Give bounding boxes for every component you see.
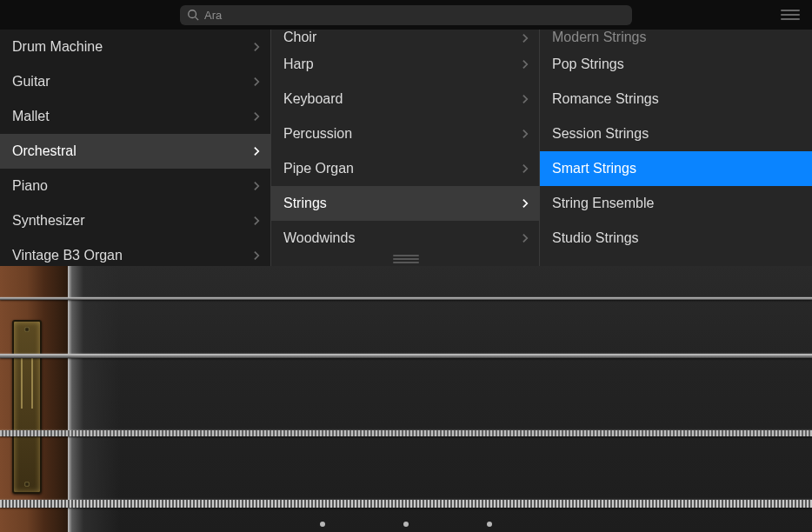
chevron-right-icon [254, 146, 260, 156]
preset-label: String Ensemble [552, 196, 654, 211]
category-label: Piano [12, 178, 48, 194]
chevron-right-icon [522, 198, 529, 209]
preset-item[interactable]: Modern Strings [540, 30, 812, 47]
category-label: Vintage B3 Organ [12, 248, 123, 263]
chevron-right-icon [522, 129, 529, 139]
page-dot[interactable] [320, 522, 325, 527]
instrument-headplate [12, 320, 42, 494]
subcategory-item[interactable]: Pipe Organ [271, 151, 539, 186]
search-placeholder: Ara [204, 9, 222, 22]
category-item[interactable]: Piano [0, 169, 270, 203]
chevron-right-icon [254, 76, 260, 87]
subcategory-label: Harp [283, 57, 314, 72]
category-item[interactable]: Drum Machine [0, 30, 270, 64]
chevron-right-icon [522, 163, 529, 174]
category-label: Guitar [12, 74, 50, 90]
search-icon [187, 9, 199, 21]
subcategory-item-strings[interactable]: Strings [271, 186, 539, 221]
chevron-right-icon [254, 250, 260, 261]
menu-handle-icon[interactable] [775, 0, 805, 30]
subcategory-item[interactable]: Keyboard [271, 82, 539, 116]
screw-icon [24, 327, 30, 332]
subcategory-label: Percussion [283, 126, 352, 142]
chevron-right-icon [522, 33, 529, 43]
subcategory-label: Keyboard [283, 91, 343, 107]
page-dot[interactable] [403, 522, 409, 527]
page-dots[interactable] [320, 522, 492, 527]
headplate-ornament [21, 356, 33, 409]
page-dot[interactable] [487, 522, 492, 527]
svg-line-1 [196, 17, 199, 21]
subcategory-item[interactable]: Percussion [271, 116, 539, 151]
preset-label: Session Strings [552, 126, 649, 142]
screw-icon [24, 482, 30, 487]
chevron-right-icon [254, 111, 260, 122]
browser-column-1: Drum Machine Guitar Mallet Orchestral Pi… [0, 30, 270, 266]
preset-label: Studio Strings [552, 230, 639, 246]
browser-column-3: Modern Strings Pop Strings Romance Strin… [540, 30, 812, 266]
subcategory-label: Choir [283, 30, 316, 45]
chevron-right-icon [254, 181, 260, 191]
preset-label: Smart Strings [552, 161, 636, 176]
category-label: Synthesizer [12, 213, 85, 229]
subcategory-label: Pipe Organ [283, 161, 354, 176]
svg-point-0 [189, 10, 196, 18]
chevron-right-icon [522, 233, 529, 243]
preset-label: Modern Strings [552, 30, 647, 45]
category-label: Orchestral [12, 143, 77, 159]
instrument-nut-shadow [68, 266, 120, 532]
drag-handle-icon[interactable] [390, 254, 422, 264]
preset-item[interactable]: Pop Strings [540, 47, 812, 82]
search-bar: Ara [0, 0, 812, 30]
sound-browser: Drum Machine Guitar Mallet Orchestral Pi… [0, 30, 812, 266]
string-2[interactable] [0, 430, 812, 436]
chevron-right-icon [522, 94, 529, 104]
category-label: Drum Machine [12, 39, 103, 55]
preset-item[interactable]: Session Strings [540, 116, 812, 151]
category-item[interactable]: Vintage B3 Organ [0, 238, 270, 266]
category-label: Mallet [12, 109, 50, 124]
subcategory-item[interactable]: Woodwinds [271, 221, 539, 256]
browser-column-2: Choir Harp Keyboard Percussion Pipe Orga… [270, 30, 540, 266]
subcategory-item[interactable]: Harp [271, 47, 539, 82]
chevron-right-icon [254, 216, 260, 226]
category-item[interactable]: Guitar [0, 64, 270, 99]
subcategory-item[interactable]: Choir [271, 30, 539, 47]
preset-item[interactable]: Studio Strings [540, 221, 812, 256]
preset-item[interactable]: Romance Strings [540, 82, 812, 116]
instrument-surface[interactable] [0, 266, 812, 532]
subcategory-label: Woodwinds [283, 230, 355, 246]
category-item[interactable]: Synthesizer [0, 203, 270, 238]
preset-item[interactable]: String Ensemble [540, 186, 812, 221]
string-1[interactable] [0, 500, 812, 508]
chevron-right-icon [522, 59, 529, 70]
preset-label: Romance Strings [552, 91, 659, 107]
chevron-right-icon [254, 42, 260, 52]
string-4[interactable] [0, 297, 812, 300]
preset-item-smart-strings[interactable]: Smart Strings [540, 151, 812, 186]
string-3[interactable] [0, 354, 812, 358]
category-item[interactable]: Mallet [0, 99, 270, 134]
category-item-orchestral[interactable]: Orchestral [0, 134, 270, 169]
subcategory-label: Strings [283, 196, 327, 211]
app-root: Ara Drum Machine Guitar Mallet Orchestra… [0, 0, 812, 532]
preset-label: Pop Strings [552, 57, 624, 72]
search-input[interactable]: Ara [180, 5, 632, 25]
